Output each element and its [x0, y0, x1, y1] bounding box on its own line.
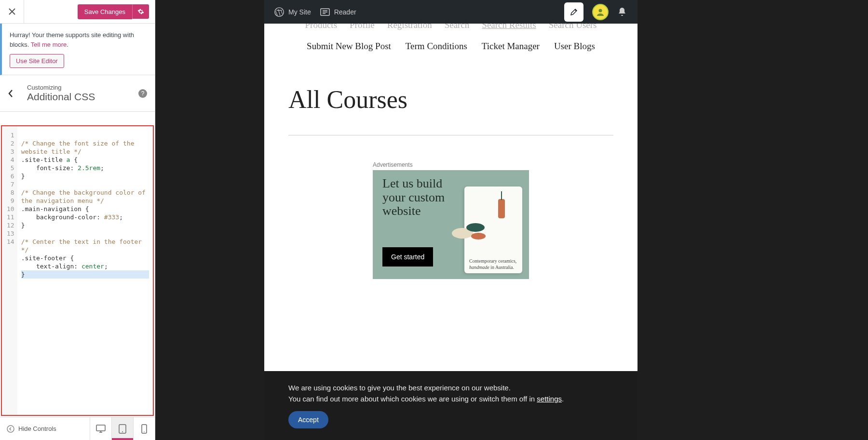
ad-banner[interactable]: Let us build your custom website Get sta… — [373, 170, 529, 279]
svg-point-5 — [144, 431, 145, 432]
svg-point-8 — [599, 9, 602, 12]
panel-footer: Hide Controls — [0, 417, 155, 440]
reader-label: Reader — [334, 8, 356, 16]
notice-period: . — [67, 41, 68, 48]
nav-user-blogs[interactable]: User Blogs — [554, 41, 595, 52]
notice-text: Hurray! Your theme supports site editing… — [10, 31, 134, 48]
desktop-icon — [96, 425, 106, 433]
divider — [288, 135, 613, 135]
back-button[interactable] — [8, 89, 24, 98]
nav-profile[interactable]: Profile — [350, 20, 375, 30]
wp-bar-right — [564, 2, 637, 22]
nav-terms[interactable]: Term Conditions — [406, 41, 467, 52]
svg-point-0 — [7, 426, 14, 432]
bell-icon — [617, 7, 627, 17]
cookie-text: We are using cookies to give you the bes… — [288, 383, 613, 404]
device-preview-buttons — [90, 417, 155, 440]
settings-button[interactable] — [132, 4, 149, 19]
svg-point-3 — [122, 431, 123, 432]
ad-bowls-graphic — [452, 223, 490, 252]
customizing-label: Customizing — [27, 84, 138, 91]
wordpress-icon — [274, 7, 285, 17]
tell-me-more-link[interactable]: Tell me more — [31, 41, 67, 48]
hide-controls-label: Hide Controls — [18, 425, 56, 432]
my-site-link[interactable]: My Site — [274, 7, 311, 17]
device-tablet-button[interactable] — [111, 417, 133, 440]
code-content[interactable]: /* Change the font size of the website t… — [17, 126, 153, 415]
my-site-label: My Site — [288, 8, 311, 16]
nav-products[interactable]: Products — [305, 20, 338, 30]
close-button[interactable] — [0, 0, 24, 24]
cookie-consent-bar: We are using cookies to give you the bes… — [264, 371, 637, 440]
device-desktop-button[interactable] — [90, 417, 111, 440]
ad-section: Advertisements Let us build your custom … — [264, 147, 637, 279]
nav-search[interactable]: Search — [445, 20, 470, 30]
gear-icon — [137, 8, 144, 15]
ad-label: Advertisements — [373, 161, 529, 168]
nav-registration[interactable]: Registration — [387, 20, 432, 30]
hide-controls-button[interactable]: Hide Controls — [0, 425, 63, 433]
site-nav-row1: Products Profile Registration Search Sea… — [264, 20, 637, 30]
device-mobile-button[interactable] — [133, 417, 155, 440]
ad-headline: Let us build your custom website — [382, 177, 464, 218]
tablet-icon — [119, 424, 126, 434]
nav-ticket-manager[interactable]: Ticket Manager — [482, 41, 540, 52]
section-header: Customizing Additional CSS ? — [0, 75, 155, 112]
reader-link[interactable]: Reader — [320, 7, 356, 17]
site-nav-row2: Submit New Blog Post Term Conditions Tic… — [264, 30, 637, 66]
page-title: All Courses — [264, 66, 637, 123]
pencil-icon — [570, 8, 578, 16]
reader-icon — [320, 7, 330, 17]
panel-header: Save Changes — [0, 0, 155, 24]
css-editor[interactable]: 1234567891011121314 /* Change the font s… — [1, 125, 154, 416]
person-icon — [596, 7, 605, 17]
line-gutter: 1234567891011121314 — [2, 126, 17, 415]
nav-submit-post[interactable]: Submit New Blog Post — [307, 41, 391, 52]
header-actions: Save Changes — [24, 4, 155, 19]
nav-search-users[interactable]: Search Users — [549, 20, 597, 30]
customizer-panel: Save Changes Hurray! Your theme supports… — [0, 0, 155, 440]
site-editor-notice: Hurray! Your theme supports site editing… — [0, 24, 155, 75]
cookie-accept-button[interactable]: Accept — [288, 411, 328, 428]
notifications-button[interactable] — [617, 7, 627, 17]
ad-plant-graphic — [498, 191, 505, 200]
close-icon — [9, 8, 15, 15]
help-button[interactable]: ? — [138, 89, 147, 98]
use-site-editor-button[interactable]: Use Site Editor — [10, 54, 64, 68]
section-name: Additional CSS — [27, 91, 138, 103]
section-title-text: Customizing Additional CSS — [27, 84, 138, 103]
chevron-left-icon — [8, 89, 14, 98]
collapse-icon — [7, 425, 14, 433]
wp-bar-left: My Site Reader — [264, 7, 356, 17]
ad-caption: Contemporary ceramics, handmade in Austr… — [469, 258, 517, 270]
save-button[interactable]: Save Changes — [78, 4, 132, 19]
cookie-settings-link[interactable]: settings — [537, 395, 562, 403]
svg-rect-1 — [96, 425, 105, 431]
mobile-icon — [141, 424, 147, 434]
ad-cta-button[interactable]: Get started — [382, 247, 433, 267]
user-avatar[interactable] — [592, 4, 609, 20]
write-button[interactable] — [564, 2, 583, 22]
ad-vase-graphic — [498, 199, 505, 218]
nav-search-results[interactable]: Search Results — [482, 20, 536, 30]
